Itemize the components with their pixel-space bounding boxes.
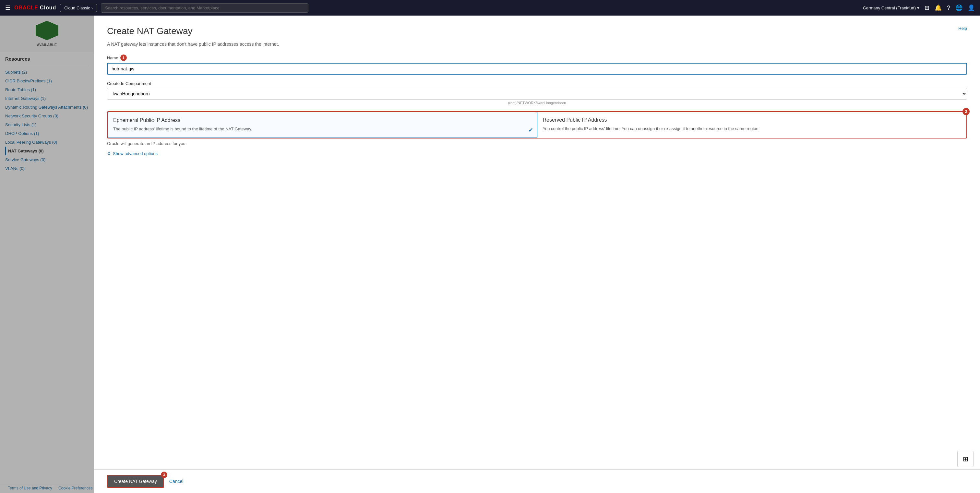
step-1-badge: 1 xyxy=(120,54,127,61)
compartment-select[interactable]: IwanHoogendoorn xyxy=(107,88,967,100)
name-input[interactable] xyxy=(107,63,967,75)
step-3-badge: 3 xyxy=(161,472,167,478)
show-advanced-options-link[interactable]: ⚙ Show advanced options xyxy=(107,151,967,156)
ephemeral-ip-option[interactable]: Ephemeral Public IP Address The public I… xyxy=(108,112,537,138)
oracle-note: Oracle will generate an IP address for y… xyxy=(107,141,967,146)
cancel-button[interactable]: Cancel xyxy=(169,479,183,484)
footer-step-badge-container: Create NAT Gateway 3 xyxy=(107,475,164,488)
top-navigation: ☰ ORACLE Cloud Cloud Classic › Germany C… xyxy=(0,0,980,16)
cloud-classic-label: Cloud Classic xyxy=(64,5,90,10)
cloud-classic-button[interactable]: Cloud Classic › xyxy=(60,4,97,12)
ephemeral-ip-title: Ephemeral Public IP Address xyxy=(113,118,532,123)
create-nat-gateway-modal: Create NAT Gateway Help A NAT gateway le… xyxy=(94,16,980,493)
ip-options-container: Ephemeral Public IP Address The public I… xyxy=(107,111,967,138)
modal-title: Create NAT Gateway xyxy=(107,26,192,36)
modal-overlay: Create NAT Gateway Help A NAT gateway le… xyxy=(0,16,980,493)
region-caret-icon: ▾ xyxy=(917,5,920,10)
ephemeral-check-icon: ✔ xyxy=(528,127,533,134)
modal-footer: Create NAT Gateway 3 Cancel xyxy=(94,469,980,493)
bell-icon[interactable]: 🔔 xyxy=(935,4,942,11)
terminal-icon[interactable]: ⊞ xyxy=(924,4,929,11)
nav-right: Germany Central (Frankfurt) ▾ ⊞ 🔔 ? 🌐 👤 xyxy=(863,4,975,11)
cloud-classic-arrow-icon: › xyxy=(91,5,93,10)
ephemeral-ip-desc: The public IP address' lifetime is bound… xyxy=(113,126,532,132)
reserved-ip-desc: You control the public IP address' lifet… xyxy=(543,126,961,132)
advanced-label: Show advanced options xyxy=(113,151,158,156)
name-form-group: Name 1 xyxy=(107,54,967,75)
reserved-ip-title: Reserved Public IP Address xyxy=(543,117,961,123)
footer-create-nat-gateway-button[interactable]: Create NAT Gateway xyxy=(107,475,164,488)
compartment-select-label: Create In Compartment xyxy=(107,81,967,86)
hamburger-icon[interactable]: ☰ xyxy=(5,4,10,11)
search-input[interactable] xyxy=(101,3,309,13)
help-widget[interactable]: ⊞ xyxy=(957,451,974,467)
help-link[interactable]: Help xyxy=(958,26,967,31)
user-avatar-icon[interactable]: 👤 xyxy=(968,4,975,11)
help-circle-icon[interactable]: ? xyxy=(947,5,950,11)
compartment-path: (root)/NETWORK/IwanHoogendoorn xyxy=(107,101,967,105)
globe-icon[interactable]: 🌐 xyxy=(955,4,963,11)
modal-description: A NAT gateway lets instances that don't … xyxy=(107,41,967,47)
region-label: Germany Central (Frankfurt) xyxy=(863,5,916,10)
oracle-logo: ORACLE Cloud xyxy=(14,5,56,11)
modal-header: Create NAT Gateway Help xyxy=(107,26,967,36)
sliders-icon: ⚙ xyxy=(107,151,111,156)
compartment-form-group: Create In Compartment IwanHoogendoorn (r… xyxy=(107,81,967,105)
region-selector[interactable]: Germany Central (Frankfurt) ▾ xyxy=(863,5,920,10)
name-label: Name 1 xyxy=(107,54,967,61)
reserved-ip-option[interactable]: Reserved Public IP Address You control t… xyxy=(538,112,967,138)
help-widget-icon: ⊞ xyxy=(963,455,968,463)
ip-options-wrapper: Ephemeral Public IP Address The public I… xyxy=(107,111,967,138)
step-2-badge: 2 xyxy=(963,108,970,115)
